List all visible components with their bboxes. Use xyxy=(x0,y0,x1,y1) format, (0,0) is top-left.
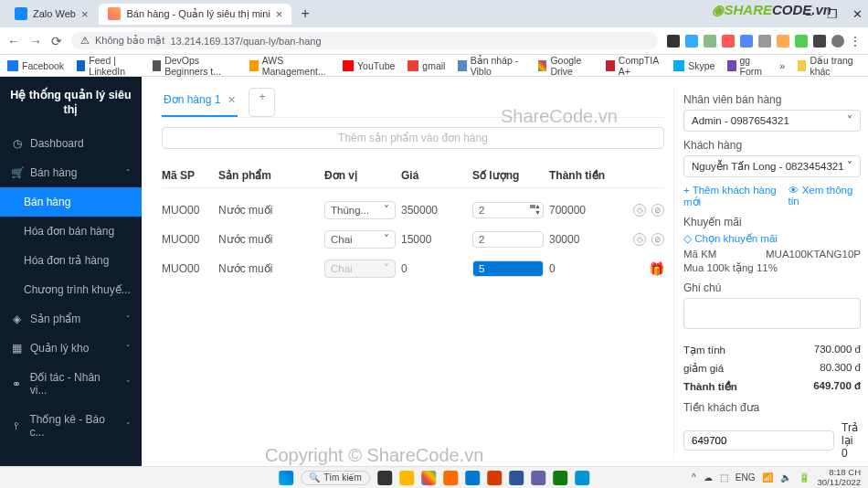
other-bookmarks[interactable]: Dấu trang khác xyxy=(798,55,861,77)
form-icon xyxy=(727,60,736,71)
wifi-icon[interactable]: 📶 xyxy=(762,472,773,483)
order-tab[interactable]: Đơn hàng 1 ✕ xyxy=(162,88,238,117)
teams-icon[interactable] xyxy=(531,471,545,485)
ext-icon[interactable] xyxy=(813,35,826,48)
product-search[interactable]: Thêm sản phẩm vào đơn hàng xyxy=(162,127,664,149)
bookmark[interactable]: Bản nháp - Viblo xyxy=(458,55,525,77)
ext-icon[interactable] xyxy=(704,35,716,48)
close-icon[interactable]: × xyxy=(276,7,283,21)
onedrive-icon[interactable]: ☁ xyxy=(704,472,713,483)
menu-button[interactable]: ⋮ xyxy=(850,35,861,48)
gmail-icon xyxy=(408,60,418,71)
volume-icon[interactable]: 🔈 xyxy=(780,472,791,483)
bookmark[interactable]: Google Drive xyxy=(538,55,593,77)
tab-label: Bán hàng - Quản lý siêu thị mini xyxy=(126,8,270,20)
add-customer-link[interactable]: + Thêm khách hàng mới xyxy=(683,185,789,208)
ext-icon[interactable] xyxy=(758,35,771,48)
remove-icon[interactable]: ⊘ xyxy=(651,204,664,217)
bookmark[interactable]: gg Form xyxy=(727,55,767,77)
quantity-input[interactable]: 2▲▼ xyxy=(472,202,544,218)
bookmark[interactable]: CompTIA A+ xyxy=(606,55,661,77)
address-bar[interactable]: ⚠ Không bảo mật 13.214.169.137/quan-ly/b… xyxy=(71,32,658,49)
sidebar-item-returns[interactable]: Hóa đơn trả hàng xyxy=(0,246,142,275)
system-tray: ^ ☁ ⬚ ENG 📶 🔈 🔋 8:18 CH 30/11/2022 xyxy=(692,468,861,487)
sidebar-item-partners[interactable]: ⚭Đối tác - Nhân vi...˅ xyxy=(0,363,142,405)
forward-button[interactable]: → xyxy=(29,34,42,48)
unit-select[interactable]: Chai˅ xyxy=(324,230,396,249)
bookmark[interactable]: AWS Management... xyxy=(249,55,330,77)
order-panel: Đơn hàng 1 ✕ + Thêm sản phẩm vào đơn hàn… xyxy=(162,88,664,459)
bookmark[interactable]: Feed | LinkedIn xyxy=(77,55,140,77)
comptia-icon xyxy=(606,60,614,71)
ext-icon[interactable] xyxy=(667,35,680,48)
bookmark[interactable]: DevOps Beginners t... xyxy=(153,55,238,77)
bookmark[interactable]: gmail xyxy=(408,60,445,71)
change-label: Trả lại 0 xyxy=(842,421,861,460)
sidebar-item-inventory[interactable]: ▦Quản lý kho˅ xyxy=(0,334,142,363)
gift-icon[interactable]: 🎁 xyxy=(649,261,664,276)
app-icon[interactable] xyxy=(487,471,502,485)
sidebar-item-promotions[interactable]: Chương trình khuyế... xyxy=(0,275,142,304)
close-icon[interactable]: ✕ xyxy=(228,94,236,106)
tag-icon[interactable]: ◇ xyxy=(633,204,646,217)
sidebar-item-sales[interactable]: 🛒Bán hàng˄ xyxy=(0,158,142,187)
quantity-input[interactable]: 2 xyxy=(472,231,544,248)
back-button[interactable]: ← xyxy=(7,34,20,48)
chevron-down-icon: ˅ xyxy=(384,204,389,217)
sidebar-item-products[interactable]: ◈Sản phẩm˅ xyxy=(0,304,142,334)
sidebar-item-invoices[interactable]: Hóa đơn bán hàng xyxy=(0,217,142,246)
ext-icon[interactable] xyxy=(685,35,698,48)
paid-input[interactable] xyxy=(683,430,834,451)
unit-select[interactable]: Thùng...˅ xyxy=(324,201,396,219)
staff-select[interactable]: Admin - 0987654321˅ xyxy=(683,110,861,132)
bookmark[interactable]: YouTube xyxy=(343,60,395,71)
word-icon[interactable] xyxy=(509,471,524,485)
unit-select: Chai˅ xyxy=(324,260,396,278)
bookmark[interactable]: Facebook xyxy=(7,60,64,71)
new-tab-button[interactable]: + xyxy=(293,4,316,24)
ext-icon[interactable] xyxy=(777,35,789,48)
clock[interactable]: 8:18 CH 30/11/2022 xyxy=(817,468,861,487)
battery-icon[interactable]: 🔋 xyxy=(799,472,810,483)
close-icon[interactable]: × xyxy=(81,7,89,21)
product-name: Nước muối xyxy=(218,233,319,246)
ext-icon[interactable] xyxy=(740,35,753,48)
sidebar-item-sell[interactable]: Bán hàng xyxy=(0,187,142,217)
taskview-icon[interactable] xyxy=(377,471,392,485)
tray-chevron-icon[interactable]: ^ xyxy=(692,472,696,483)
app-icon[interactable] xyxy=(443,471,458,485)
reload-button[interactable]: ⟳ xyxy=(51,34,62,48)
staff-label: Nhân viên bán hàng xyxy=(683,93,861,106)
app-icon[interactable] xyxy=(575,471,589,485)
app-icon[interactable] xyxy=(553,471,567,485)
start-icon[interactable] xyxy=(279,471,293,485)
order-tabs: Đơn hàng 1 ✕ + xyxy=(162,88,664,118)
promo-label: Khuyến mãi xyxy=(683,216,861,228)
pick-promo-link[interactable]: ◇ Chọn khuyến mãi xyxy=(683,232,861,245)
view-info-link[interactable]: 👁 Xem thông tin xyxy=(789,185,862,208)
tray-icon[interactable]: ⬚ xyxy=(720,472,728,483)
note-input[interactable] xyxy=(683,298,861,329)
minimize-button[interactable]: – xyxy=(806,7,812,21)
chrome-icon[interactable] xyxy=(421,471,436,485)
avatar-icon[interactable] xyxy=(831,35,844,48)
quantity-input[interactable]: 5 xyxy=(472,260,544,277)
browser-tab-active[interactable]: Bán hàng - Quản lý siêu thị mini × xyxy=(99,4,291,25)
customer-select[interactable]: Nguyễn Tấn Long - 0823454321˅ xyxy=(683,155,861,177)
add-order-tab[interactable]: + xyxy=(249,88,275,117)
ext-icon[interactable] xyxy=(722,35,735,48)
language-indicator[interactable]: ENG xyxy=(736,472,756,483)
browser-tab-zalo[interactable]: Zalo Web × xyxy=(5,4,97,25)
taskbar-search[interactable]: 🔍 Tìm kiếm xyxy=(301,471,370,485)
remove-icon[interactable]: ⊘ xyxy=(651,233,664,246)
bookmark[interactable]: Skype xyxy=(673,60,715,71)
tag-icon[interactable]: ◇ xyxy=(633,233,646,246)
app-icon[interactable] xyxy=(465,471,480,485)
close-button[interactable]: ✕ xyxy=(852,7,863,21)
bookmarks-overflow[interactable]: » xyxy=(779,60,785,71)
sidebar-item-reports[interactable]: ⫯Thống kê - Báo c...˅ xyxy=(0,405,142,447)
sidebar-item-dashboard[interactable]: ◷Dashboard xyxy=(0,129,142,158)
explorer-icon[interactable] xyxy=(399,471,414,485)
ext-icon[interactable] xyxy=(795,35,808,48)
maximize-button[interactable]: ❐ xyxy=(827,7,838,21)
